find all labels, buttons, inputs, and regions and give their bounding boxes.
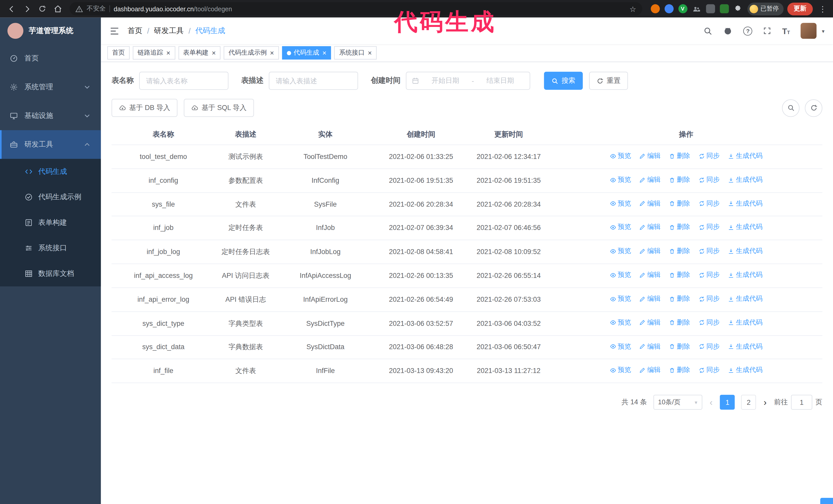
generate-code-link[interactable]: 生成代码	[728, 270, 763, 280]
extension-blue-icon[interactable]	[664, 4, 673, 13]
address-bar[interactable]: 不安全 dashboard.yudao.iocoder.cn/tool/code…	[70, 2, 642, 16]
reset-button[interactable]: 重置	[589, 72, 628, 90]
import-db-button[interactable]: 基于 DB 导入	[112, 99, 177, 117]
sync-link[interactable]: 同步	[698, 151, 720, 161]
page-button-1[interactable]: 1	[720, 395, 735, 410]
delete-link[interactable]: 删除	[669, 151, 690, 161]
generate-code-link[interactable]: 生成代码	[728, 318, 763, 328]
toggle-search-button[interactable]	[782, 99, 800, 117]
breadcrumb-home[interactable]: 首页	[127, 26, 142, 35]
chrome-update-button[interactable]: 更新	[787, 2, 813, 15]
close-icon[interactable]: ×	[323, 49, 327, 56]
preview-link[interactable]: 预览	[610, 318, 631, 328]
sidebar-item-codegen-example[interactable]: 代码生成示例	[0, 184, 101, 210]
edit-link[interactable]: 编辑	[639, 198, 661, 209]
sync-link[interactable]: 同步	[698, 222, 720, 233]
user-avatar[interactable]	[801, 23, 816, 39]
breadcrumb-devtools[interactable]: 研发工具	[154, 26, 184, 35]
preview-link[interactable]: 预览	[610, 294, 631, 304]
collapse-sidebar-icon[interactable]	[110, 26, 119, 36]
close-icon[interactable]: ×	[212, 49, 216, 56]
close-icon[interactable]: ×	[368, 49, 372, 56]
table-desc-input[interactable]	[269, 72, 358, 90]
edit-link[interactable]: 编辑	[639, 246, 661, 256]
delete-link[interactable]: 删除	[669, 365, 690, 376]
tab-form-builder[interactable]: 表单构建×	[178, 46, 221, 59]
goto-page-input[interactable]	[791, 395, 812, 410]
edit-link[interactable]: 编辑	[639, 294, 661, 304]
preview-link[interactable]: 预览	[610, 175, 631, 185]
edit-link[interactable]: 编辑	[639, 222, 661, 233]
extension-darkgreen-icon[interactable]	[719, 4, 729, 13]
generate-code-link[interactable]: 生成代码	[728, 222, 763, 233]
sidebar-item-codegen[interactable]: 代码生成	[0, 159, 101, 184]
edit-link[interactable]: 编辑	[639, 151, 661, 161]
sync-link[interactable]: 同步	[698, 246, 720, 256]
preview-link[interactable]: 预览	[610, 246, 631, 256]
reload-button[interactable]	[35, 2, 49, 16]
page-button-2[interactable]: 2	[741, 395, 756, 410]
forward-button[interactable]	[20, 2, 34, 16]
generate-code-link[interactable]: 生成代码	[728, 246, 763, 256]
extension-orange-icon[interactable]	[650, 4, 660, 13]
edit-link[interactable]: 编辑	[639, 175, 661, 185]
edit-link[interactable]: 编辑	[639, 270, 661, 280]
page-size-select[interactable]: 10条/页 ▾	[653, 395, 702, 410]
sidebar-item-system-api[interactable]: 系统接口	[0, 235, 101, 261]
sync-link[interactable]: 同步	[698, 294, 720, 304]
chrome-menu-icon[interactable]: ⋮	[816, 4, 829, 14]
sync-link[interactable]: 同步	[698, 341, 720, 352]
profile-chip-paused[interactable]: 已暂停	[747, 2, 784, 15]
delete-link[interactable]: 删除	[669, 341, 690, 352]
next-page-button[interactable]: ›	[763, 398, 768, 407]
font-size-icon[interactable]: TT	[782, 27, 790, 35]
fullscreen-icon[interactable]	[763, 27, 771, 35]
floating-button-partial[interactable]	[820, 498, 833, 504]
delete-link[interactable]: 删除	[669, 270, 690, 280]
tab-codegen[interactable]: 代码生成×	[282, 46, 331, 59]
sidebar-item-form-builder[interactable]: 表单构建	[0, 210, 101, 235]
help-icon[interactable]: ?	[743, 26, 752, 35]
tab-home[interactable]: 首页	[108, 46, 130, 59]
close-icon[interactable]: ×	[166, 49, 170, 56]
table-name-input[interactable]	[139, 72, 229, 90]
extension-gray-icon[interactable]	[706, 4, 715, 13]
preview-link[interactable]: 预览	[610, 365, 631, 376]
delete-link[interactable]: 删除	[669, 246, 690, 256]
tab-tracing[interactable]: 链路追踪×	[133, 46, 175, 59]
delete-link[interactable]: 删除	[669, 222, 690, 233]
people-icon[interactable]	[692, 4, 701, 13]
sync-link[interactable]: 同步	[698, 198, 720, 209]
logo[interactable]: 芋道管理系统	[0, 18, 101, 44]
generate-code-link[interactable]: 生成代码	[728, 341, 763, 352]
import-sql-button[interactable]: 基于 SQL 导入	[184, 99, 254, 117]
preview-link[interactable]: 预览	[610, 270, 631, 280]
sidebar-item-home[interactable]: 首页	[0, 44, 101, 73]
delete-link[interactable]: 删除	[669, 294, 690, 304]
edit-link[interactable]: 编辑	[639, 341, 661, 352]
delete-link[interactable]: 删除	[669, 175, 690, 185]
preview-link[interactable]: 预览	[610, 222, 631, 233]
preview-link[interactable]: 预览	[610, 341, 631, 352]
tab-codegen-example[interactable]: 代码生成示例×	[224, 46, 279, 59]
delete-link[interactable]: 删除	[669, 198, 690, 209]
generate-code-link[interactable]: 生成代码	[728, 365, 763, 376]
preview-link[interactable]: 预览	[610, 198, 631, 209]
sidebar-item-system[interactable]: 系统管理	[0, 73, 101, 101]
generate-code-link[interactable]: 生成代码	[728, 175, 763, 185]
generate-code-link[interactable]: 生成代码	[728, 294, 763, 304]
extension-green-v-icon[interactable]: V	[678, 4, 687, 13]
sidebar-item-db-docs[interactable]: 数据库文档	[0, 261, 101, 286]
sidebar-item-infra[interactable]: 基础设施	[0, 101, 101, 130]
home-button[interactable]	[50, 2, 65, 16]
sync-link[interactable]: 同步	[698, 318, 720, 328]
sync-link[interactable]: 同步	[698, 175, 720, 185]
bookmark-star-icon[interactable]: ☆	[629, 5, 636, 13]
avatar-caret-icon[interactable]: ▾	[822, 28, 824, 34]
preview-link[interactable]: 预览	[610, 151, 631, 161]
refresh-table-button[interactable]	[805, 99, 822, 117]
edit-link[interactable]: 编辑	[639, 365, 661, 376]
tab-system-api[interactable]: 系统接口×	[334, 46, 377, 59]
search-button[interactable]: 搜索	[544, 72, 582, 90]
search-icon[interactable]	[704, 26, 713, 35]
